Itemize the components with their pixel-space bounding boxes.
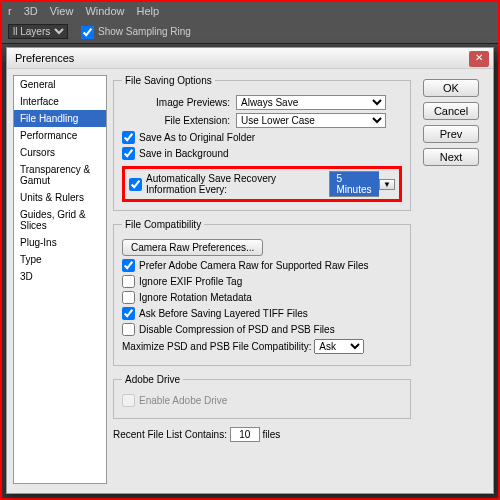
recent-files-input[interactable]: [230, 427, 260, 442]
save-background-checkbox[interactable]: [122, 147, 135, 160]
adobe-drive-group: Adobe Drive Enable Adobe Drive: [113, 374, 411, 419]
close-icon[interactable]: ✕: [469, 51, 489, 67]
sidebar-item-interface[interactable]: Interface: [14, 93, 106, 110]
sidebar-item-transparency[interactable]: Transparency & Gamut: [14, 161, 106, 189]
maximize-compat-select[interactable]: Ask: [314, 339, 364, 354]
recent-files-row: Recent File List Contains: files: [113, 427, 411, 442]
ignore-rotation-checkbox[interactable]: [122, 291, 135, 304]
layers-select[interactable]: ll Layers: [8, 24, 68, 39]
prefer-camera-raw-checkbox[interactable]: [122, 259, 135, 272]
auto-save-checkbox[interactable]: [129, 178, 142, 191]
sidebar-item-general[interactable]: General: [14, 76, 106, 93]
auto-save-highlight: Automatically Save Recovery Information …: [122, 166, 402, 202]
cancel-button[interactable]: Cancel: [423, 102, 479, 120]
preferences-dialog: Preferences ✕ General Interface File Han…: [6, 47, 494, 494]
next-button[interactable]: Next: [423, 148, 479, 166]
ask-tiff-checkbox[interactable]: [122, 307, 135, 320]
ok-button[interactable]: OK: [423, 79, 479, 97]
sidebar-item-cursors[interactable]: Cursors: [14, 144, 106, 161]
ignore-exif-checkbox[interactable]: [122, 275, 135, 288]
file-compatibility-group: File Compatibility Camera Raw Preference…: [113, 219, 411, 366]
dialog-buttons: OK Cancel Prev Next: [417, 69, 493, 490]
dialog-titlebar[interactable]: Preferences ✕: [7, 48, 493, 69]
camera-raw-button[interactable]: Camera Raw Preferences...: [122, 239, 263, 256]
file-saving-group: File Saving Options Image Previews:Alway…: [113, 75, 411, 211]
save-original-folder-checkbox[interactable]: [122, 131, 135, 144]
dialog-title: Preferences: [15, 52, 74, 64]
sidebar-item-type[interactable]: Type: [14, 251, 106, 268]
sidebar-item-units[interactable]: Units & Rulers: [14, 189, 106, 206]
chevron-down-icon[interactable]: ▼: [379, 179, 395, 190]
sidebar-item-3d[interactable]: 3D: [14, 268, 106, 285]
prev-button[interactable]: Prev: [423, 125, 479, 143]
options-bar: ll Layers Show Sampling Ring: [2, 20, 498, 44]
disable-compression-checkbox[interactable]: [122, 323, 135, 336]
sampling-ring-checkbox[interactable]: [81, 26, 94, 39]
sidebar-item-performance[interactable]: Performance: [14, 127, 106, 144]
image-previews-select[interactable]: Always Save: [236, 95, 386, 110]
sidebar-item-plugins[interactable]: Plug-Ins: [14, 234, 106, 251]
file-extension-select[interactable]: Use Lower Case: [236, 113, 386, 128]
sidebar-item-guides[interactable]: Guides, Grid & Slices: [14, 206, 106, 234]
main-panel: File Saving Options Image Previews:Alway…: [107, 69, 417, 490]
sidebar-item-file-handling[interactable]: File Handling: [14, 110, 106, 127]
enable-adobe-drive-checkbox: [122, 394, 135, 407]
app-menubar[interactable]: r3DViewWindowHelp: [2, 2, 498, 20]
auto-save-interval-select[interactable]: 5 Minutes: [329, 171, 379, 197]
category-sidebar: General Interface File Handling Performa…: [13, 75, 107, 484]
